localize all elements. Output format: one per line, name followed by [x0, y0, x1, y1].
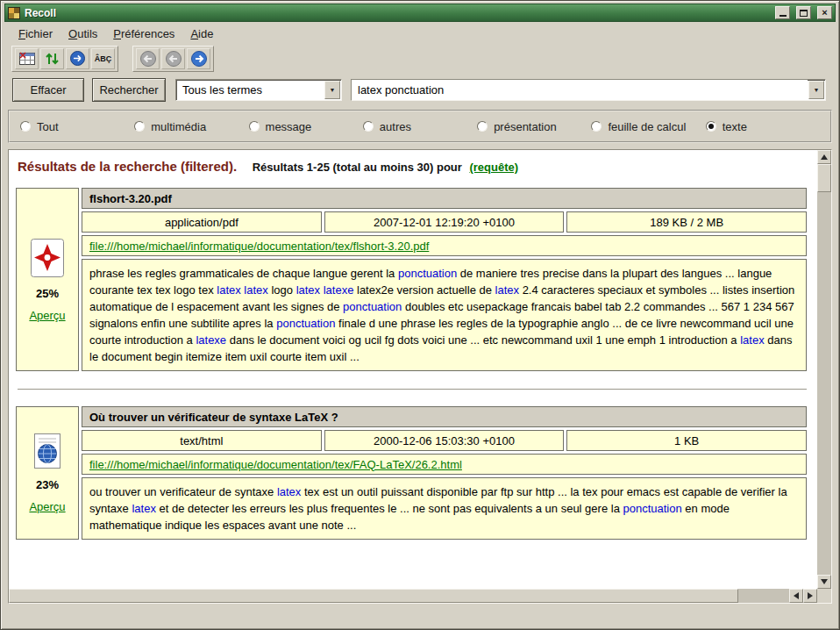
results-area: Résultats de la recherche (filtered). Ré…	[8, 149, 832, 604]
scrollbar-corner	[817, 589, 831, 603]
filter-label: Tout	[37, 120, 59, 133]
filter-label: présentation	[494, 120, 557, 133]
scroll-right-button[interactable]	[803, 589, 817, 603]
radio-icon	[20, 121, 31, 132]
filter-label: texte	[723, 120, 747, 133]
relevance-badge: 25%	[36, 287, 59, 300]
app-icon	[8, 7, 20, 19]
result-item: 25% Aperçu flshort-3.20.pdf application/…	[16, 188, 807, 371]
result-side-panel: 25% Aperçu	[16, 188, 79, 371]
radio-icon	[477, 121, 488, 132]
filter-label: autres	[380, 120, 411, 133]
arrow-right-icon	[808, 592, 813, 599]
horizontal-scrollbar-thumb[interactable]	[9, 589, 738, 603]
html-page-icon	[32, 433, 63, 469]
minimize-button[interactable]	[775, 6, 790, 19]
minimize-icon	[779, 10, 787, 17]
result-url-row: file:///home/michael/informatique/docume…	[82, 454, 807, 475]
search-type-dropdown-button[interactable]: ▼	[324, 81, 340, 99]
relevance-badge: 23%	[36, 478, 59, 491]
query-input[interactable]	[352, 80, 808, 100]
menu-outils[interactable]: Outils	[61, 25, 105, 42]
menu-aide[interactable]: Aide	[182, 25, 221, 42]
first-page-button[interactable]	[136, 48, 160, 69]
forward-arrow-icon	[190, 50, 208, 68]
radio-icon	[249, 121, 260, 132]
vertical-scrollbar-thumb[interactable]	[817, 164, 831, 192]
result-mime: application/pdf	[82, 211, 322, 233]
result-size: 1 KB	[566, 430, 807, 451]
horizontal-scrollbar-track[interactable]	[738, 589, 789, 603]
maximize-icon	[800, 10, 808, 17]
results-list: Résultats de la recherche (filtered). Ré…	[9, 150, 817, 589]
titlebar[interactable]: Recoll ×	[4, 4, 836, 22]
vertical-scrollbar[interactable]	[817, 150, 831, 589]
radio-icon	[134, 121, 145, 132]
chevron-down-icon: ▼	[814, 87, 820, 93]
scroll-down-button[interactable]	[817, 575, 831, 589]
toolbar-group-main: ÂBÇ	[11, 46, 118, 72]
filter-autres[interactable]: autres	[363, 120, 477, 133]
menubar: Fichier Outils Préférences Aide	[5, 24, 835, 43]
result-separator	[18, 389, 807, 390]
preview-link[interactable]: Aperçu	[29, 309, 65, 322]
result-url-link[interactable]: file:///home/michael/informatique/docume…	[89, 458, 462, 471]
filter-tout[interactable]: Tout	[20, 120, 134, 133]
arrow-up-icon	[821, 154, 828, 160]
menu-fichier[interactable]: Fichier	[11, 25, 61, 42]
window-title: Recoll	[25, 7, 769, 19]
scroll-up-button[interactable]	[817, 150, 831, 164]
query-link[interactable]: (requête)	[469, 161, 518, 174]
radio-icon	[591, 121, 602, 132]
radio-icon	[706, 121, 716, 132]
close-button[interactable]: ×	[817, 6, 832, 19]
filter-message[interactable]: message	[249, 120, 363, 133]
query-dropdown-button[interactable]: ▼	[808, 81, 824, 99]
search-bar: Effacer Rechercher Tous les termes ▼ ▼	[12, 78, 826, 102]
clear-button[interactable]: Effacer	[12, 78, 84, 102]
arrow-left-icon	[794, 592, 799, 599]
sort-button[interactable]	[40, 48, 64, 69]
scroll-left-button[interactable]	[789, 589, 803, 603]
preview-link[interactable]: Aperçu	[29, 500, 65, 513]
filter-texte[interactable]: texte	[706, 120, 820, 133]
result-mime: text/html	[82, 430, 322, 451]
next-page-button[interactable]	[187, 48, 210, 69]
filter-label: message	[266, 120, 312, 133]
open-url-button[interactable]	[66, 48, 89, 69]
result-date: 2000-12-06 15:03:30 +0100	[324, 430, 565, 451]
result-title: Où trouver un vérificateur de syntaxe La…	[82, 406, 807, 427]
result-url-link[interactable]: file:///home/michael/informatique/docume…	[89, 240, 429, 253]
vertical-scrollbar-track[interactable]	[817, 192, 831, 575]
result-abstract: phrase les regles grammaticales de chaqu…	[82, 259, 807, 371]
maximize-button[interactable]	[796, 6, 811, 19]
result-side-panel: 23% Aperçu	[16, 406, 79, 540]
filter-multimedia[interactable]: multimédia	[134, 120, 248, 133]
search-button[interactable]: Rechercher	[92, 78, 166, 102]
table-clear-icon	[18, 51, 36, 67]
filter-presentation[interactable]: présentation	[477, 120, 591, 133]
result-title: flshort-3.20.pdf	[82, 188, 807, 209]
clear-search-button[interactable]	[15, 48, 39, 69]
filter-label: feuille de calcul	[608, 120, 686, 133]
filter-feuille-de-calcul[interactable]: feuille de calcul	[591, 120, 705, 133]
horizontal-scrollbar[interactable]	[9, 589, 817, 603]
sort-arrows-icon	[45, 51, 60, 67]
result-size: 189 KB / 2 MB	[566, 211, 807, 233]
result-item: 23% Aperçu Où trouver un vérificateur de…	[16, 406, 807, 540]
toolbar: ÂBÇ	[5, 45, 835, 72]
pdf-icon	[30, 238, 65, 278]
results-title: Résultats de la recherche (filtered).	[18, 159, 237, 174]
close-icon: ×	[822, 8, 827, 18]
term-explorer-button[interactable]: ÂBÇ	[91, 48, 115, 69]
radio-icon	[363, 121, 374, 132]
search-type-combobox[interactable]: Tous les termes ▼	[175, 79, 342, 101]
arrow-down-icon	[821, 579, 828, 584]
back-arrow-disabled-icon	[139, 50, 157, 68]
prev-page-button[interactable]	[161, 48, 185, 69]
menu-preferences[interactable]: Préférences	[105, 25, 182, 42]
category-filter-bar: Tout multimédia message autres présentat…	[8, 110, 832, 143]
globe-arrow-icon	[69, 50, 86, 67]
recoll-window: Recoll × Fichier Outils Préférences Aide	[0, 0, 840, 630]
chevron-down-icon: ▼	[330, 87, 336, 93]
